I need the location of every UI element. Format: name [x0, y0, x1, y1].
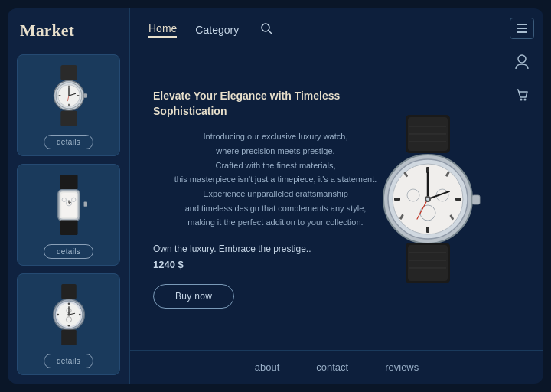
svg-point-29 [67, 325, 70, 327]
svg-rect-16 [61, 193, 77, 217]
footer-contact[interactable]: contact [316, 361, 348, 373]
svg-rect-52 [426, 227, 429, 233]
nav-category[interactable]: Category [195, 24, 239, 36]
sidebar-product-1: details [17, 54, 120, 156]
details-button-3[interactable]: details [44, 354, 93, 368]
svg-rect-37 [61, 330, 77, 345]
svg-rect-11 [83, 93, 86, 97]
footer: about contact reviews [130, 350, 543, 384]
svg-point-31 [78, 314, 80, 316]
nav-home[interactable]: Home [148, 22, 177, 38]
details-button-2[interactable]: details [44, 244, 93, 259]
svg-rect-22 [60, 220, 77, 236]
svg-rect-0 [60, 65, 77, 80]
hero-section: Elevate Your Elegance with Timeless Soph… [130, 47, 543, 350]
svg-point-36 [67, 313, 70, 316]
menu-button[interactable] [510, 18, 534, 39]
details-button-1[interactable]: details [44, 135, 93, 149]
hero-watch-image [352, 115, 505, 283]
nav-search-icon[interactable] [260, 22, 272, 38]
product-2-image [31, 171, 107, 240]
svg-rect-69 [408, 245, 448, 281]
footer-about[interactable]: about [255, 361, 280, 373]
product-3-image [31, 280, 107, 349]
app-frame: Market [8, 8, 543, 384]
sidebar-product-2: details [17, 164, 120, 266]
svg-rect-23 [83, 202, 86, 207]
main-content: Home Category Elevate Your Elegance with… [130, 8, 543, 384]
menu-line-3 [517, 31, 527, 33]
svg-rect-67 [472, 195, 480, 204]
hero-watch-svg [356, 115, 501, 283]
hero-desc-text: Introducing our exclusive luxury watch,w… [174, 132, 377, 227]
svg-point-41 [262, 24, 269, 31]
menu-line-2 [517, 28, 527, 29]
buy-now-button[interactable]: Buy now [153, 284, 234, 309]
svg-rect-13 [60, 175, 77, 190]
svg-point-66 [426, 198, 429, 201]
svg-rect-53 [394, 198, 400, 201]
sidebar-product-3: details [17, 273, 120, 375]
svg-point-28 [67, 302, 70, 305]
svg-rect-24 [61, 284, 77, 299]
watch-svg-2 [38, 175, 99, 236]
svg-rect-54 [455, 198, 461, 201]
watch-svg-1 [38, 65, 99, 126]
footer-reviews[interactable]: reviews [385, 361, 419, 373]
navbar: Home Category [130, 8, 543, 47]
product-1-image [31, 61, 107, 130]
svg-line-42 [269, 31, 272, 34]
watch-svg-3 [38, 284, 99, 345]
sidebar: Market [8, 8, 130, 384]
svg-rect-12 [60, 111, 77, 126]
app-title: Market [17, 21, 120, 41]
svg-point-30 [57, 314, 59, 316]
menu-line-1 [517, 24, 527, 25]
